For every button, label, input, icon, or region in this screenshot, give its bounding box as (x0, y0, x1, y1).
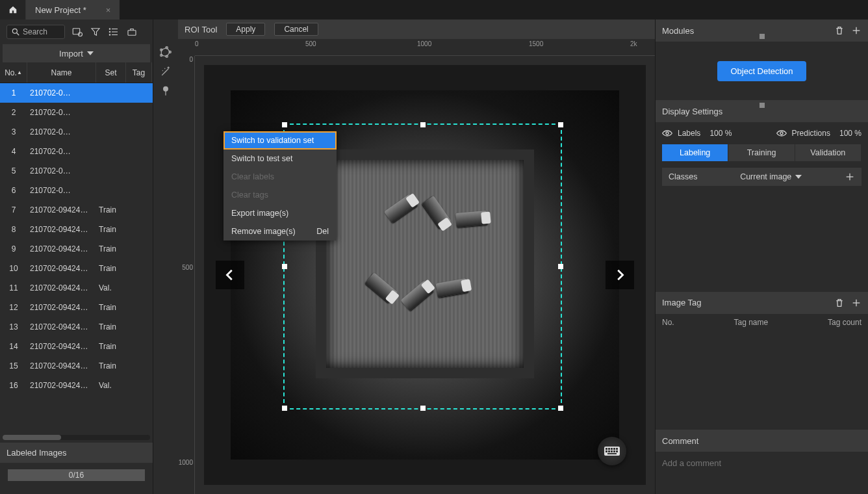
eye-icon[interactable] (776, 130, 787, 136)
add-module-icon[interactable] (851, 25, 862, 36)
horizontal-scrollbar[interactable] (3, 435, 150, 440)
polygon-tool-icon[interactable] (159, 46, 172, 58)
context-menu: Switch to validation setSwitch to test s… (223, 131, 337, 240)
display-settings-title: Display Settings (662, 107, 722, 116)
svg-rect-25 (611, 450, 613, 452)
table-row[interactable]: 10210702-09424…Train (0, 259, 153, 278)
table-row[interactable]: 3210702-0… (0, 122, 153, 142)
col-tag[interactable]: Tag (126, 62, 152, 83)
context-menu-item[interactable]: Switch to test set (223, 150, 337, 168)
next-image-button[interactable] (606, 261, 634, 289)
module-port-out[interactable] (760, 103, 765, 108)
svg-point-9 (109, 34, 110, 36)
svg-point-16 (164, 86, 168, 91)
roi-handle[interactable] (420, 406, 426, 411)
module-port-in[interactable] (760, 34, 765, 39)
table-row[interactable]: 8210702-09424…Train (0, 220, 153, 239)
comment-header: Comment (656, 430, 868, 452)
modules-title: Modules (662, 26, 694, 36)
image-settings-icon[interactable] (71, 26, 83, 38)
roi-handle[interactable] (282, 264, 287, 269)
home-button[interactable] (0, 0, 26, 20)
import-label: Import (59, 49, 83, 58)
close-tab-icon[interactable]: × (106, 5, 111, 15)
svg-rect-27 (616, 450, 618, 452)
image-viewer[interactable] (204, 65, 646, 485)
context-menu-item[interactable]: Remove image(s)Del (223, 222, 337, 240)
tab-training[interactable]: Training (728, 144, 794, 161)
labels-percent: 100 % (709, 129, 732, 138)
list-icon[interactable] (108, 26, 120, 38)
svg-rect-24 (608, 450, 610, 452)
table-row[interactable]: 6210702-0… (0, 181, 153, 200)
pointer-tool-icon[interactable] (159, 84, 172, 98)
svg-rect-22 (616, 448, 618, 450)
svg-line-1 (17, 33, 19, 36)
keyboard-icon (604, 447, 620, 456)
magic-wand-icon[interactable] (159, 65, 172, 78)
module-node[interactable]: Object Detection (717, 61, 806, 81)
predictions-label: Predictions (792, 129, 830, 138)
ruler-vertical: 0 500 1000 (178, 56, 195, 494)
context-menu-item: Clear labels (223, 168, 337, 186)
svg-rect-28 (607, 453, 617, 454)
table-row[interactable]: 4210702-0… (0, 142, 153, 161)
roi-handle[interactable] (558, 264, 563, 269)
image-table-header: No.▲ Name Set Tag (0, 62, 153, 83)
add-class-icon[interactable] (845, 172, 855, 182)
svg-rect-18 (606, 448, 607, 450)
roi-handle[interactable] (282, 406, 287, 411)
import-button[interactable]: Import (3, 44, 150, 62)
labels-label: Labels (678, 129, 700, 138)
camera-icon[interactable] (126, 26, 138, 38)
table-row[interactable]: 14210702-09424…Train (0, 337, 153, 356)
svg-point-8 (109, 31, 110, 32)
apply-button[interactable]: Apply (226, 23, 265, 36)
table-row[interactable]: 7210702-09424…Train (0, 200, 153, 220)
table-row[interactable]: 16210702-09424…Val. (0, 376, 153, 395)
tab-labeling[interactable]: Labeling (662, 144, 728, 161)
table-row[interactable]: 13210702-09424…Train (0, 317, 153, 337)
svg-rect-23 (606, 450, 607, 452)
image-tag-columns: No. Tag name Tag count (656, 314, 868, 331)
project-tab[interactable]: New Project * × (26, 0, 120, 20)
svg-rect-26 (613, 450, 615, 452)
svg-rect-19 (608, 448, 610, 450)
col-set[interactable]: Set (96, 62, 126, 83)
svg-rect-21 (613, 448, 615, 450)
roi-handle[interactable] (558, 122, 563, 127)
classes-scope-dropdown[interactable]: Current image (740, 172, 802, 181)
table-row[interactable]: 1210702-0… (0, 83, 153, 103)
table-row[interactable]: 11210702-09424…Val. (0, 278, 153, 298)
trash-icon[interactable] (834, 298, 845, 308)
keyboard-shortcuts-button[interactable] (598, 437, 626, 465)
chevron-down-icon (87, 51, 94, 55)
tab-validation[interactable]: Validation (795, 144, 861, 161)
eye-icon[interactable] (662, 130, 672, 136)
comment-input[interactable] (662, 458, 862, 468)
cancel-button[interactable]: Cancel (274, 23, 318, 36)
table-row[interactable]: 9210702-09424…Train (0, 239, 153, 259)
svg-point-0 (12, 29, 17, 33)
table-row[interactable]: 5210702-0… (0, 161, 153, 181)
filter-icon[interactable] (90, 26, 101, 38)
table-row[interactable]: 15210702-09424…Train (0, 356, 153, 376)
tab-title: New Project * (35, 5, 86, 15)
table-row[interactable]: 2210702-0… (0, 103, 153, 122)
svg-rect-10 (128, 31, 136, 36)
col-name[interactable]: Name (27, 62, 96, 83)
roi-handle[interactable] (420, 122, 426, 127)
trash-icon[interactable] (834, 25, 845, 36)
context-menu-item[interactable]: Switch to validation set (223, 131, 337, 150)
col-no[interactable]: No.▲ (0, 62, 27, 83)
table-row[interactable]: 12210702-09424…Train (0, 298, 153, 317)
chevron-down-icon (795, 175, 802, 179)
search-placeholder: Search (23, 27, 47, 36)
context-menu-item[interactable]: Export image(s) (223, 204, 337, 222)
add-tag-icon[interactable] (851, 298, 862, 308)
prev-image-button[interactable] (216, 261, 244, 289)
roi-handle[interactable] (558, 406, 563, 411)
roi-handle[interactable] (282, 122, 287, 127)
search-input[interactable]: Search (6, 25, 65, 39)
comment-title: Comment (662, 436, 698, 446)
